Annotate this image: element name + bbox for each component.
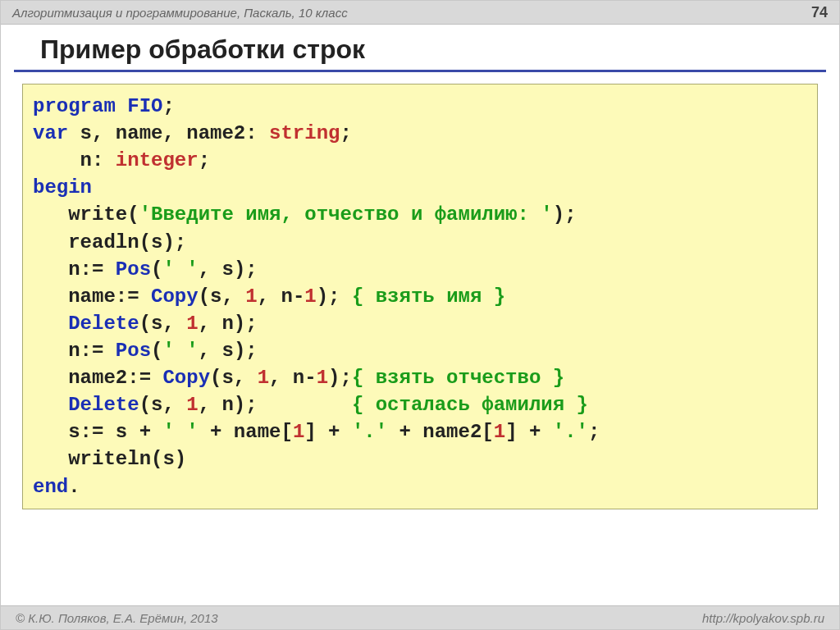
kw-end: end [33,476,68,498]
fn-pos: Pos [116,258,151,281]
slide: Алгоритмизация и программирование, Паска… [0,0,840,630]
page-number: 74 [811,4,828,21]
breadcrumb: Алгоритмизация и программирование, Паска… [12,6,348,20]
cmt-name: { взять имя } [352,285,505,308]
type-integer: integer [116,149,199,171]
fn-copy: Copy [151,285,199,308]
kw-var: var [33,122,68,144]
cmt-otchestvo: { взять отчество } [352,367,564,389]
footer-bar: © К.Ю. Поляков, Е.А. Ерёмин, 2013 http:/… [1,605,839,629]
type-string: string [269,122,340,144]
code-block: program FIO; var s, name, name2: string;… [22,84,818,509]
prog-name: FIO [127,95,162,117]
slide-title: Пример обработки строк [14,25,826,72]
footer-url: http://kpolyakov.spb.ru [702,611,824,625]
cmt-surname: { осталась фамилия } [352,394,588,416]
fn-delete: Delete [68,313,139,335]
kw-begin: begin [33,176,92,199]
str-prompt: 'Введите имя, отчество и фамилию: ' [139,203,553,226]
header-bar: Алгоритмизация и программирование, Паска… [1,1,839,25]
copyright: © К.Ю. Поляков, Е.А. Ерёмин, 2013 [16,611,218,625]
kw-program: program [33,95,116,117]
